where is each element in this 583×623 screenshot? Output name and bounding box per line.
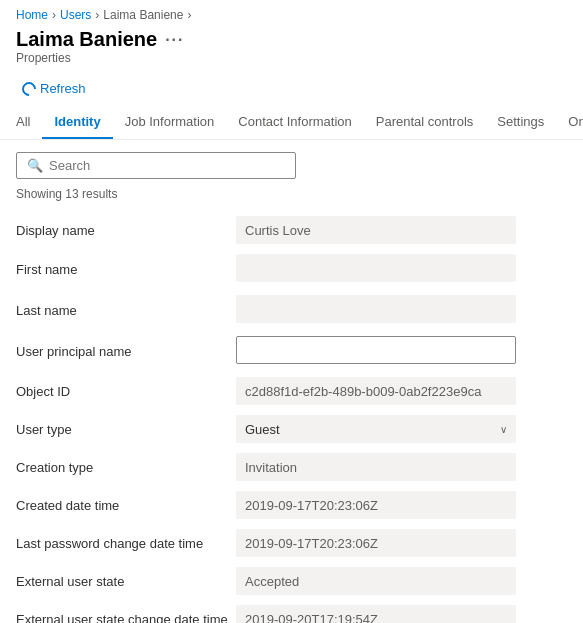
property-value-cell: Guest∨ bbox=[236, 410, 567, 448]
table-row: External user stateAccepted bbox=[16, 562, 567, 600]
property-value-cell: c2d88f1d-ef2b-489b-b009-0ab2f223e9ca bbox=[236, 372, 567, 410]
property-value-cell: Curtis Love bbox=[236, 211, 567, 249]
breadcrumb-home[interactable]: Home bbox=[16, 8, 48, 22]
table-row: User typeGuest∨ bbox=[16, 410, 567, 448]
tab-identity[interactable]: Identity bbox=[42, 106, 112, 139]
tab-all[interactable]: All bbox=[16, 106, 42, 139]
property-label: Last password change date time bbox=[16, 524, 236, 562]
breadcrumb-current: Laima Baniene bbox=[103, 8, 183, 22]
search-box[interactable]: 🔍 bbox=[16, 152, 296, 179]
property-label: User type bbox=[16, 410, 236, 448]
property-input: Accepted bbox=[236, 567, 516, 595]
refresh-icon bbox=[19, 79, 39, 99]
property-input: 2019-09-20T17:19:54Z bbox=[236, 605, 516, 623]
refresh-label: Refresh bbox=[40, 81, 86, 96]
property-label: Display name bbox=[16, 211, 236, 249]
property-value-cell: 2019-09-17T20:23:06Z bbox=[236, 486, 567, 524]
breadcrumb: Home › Users › Laima Baniene › bbox=[0, 0, 583, 26]
table-row: Creation typeInvitation bbox=[16, 448, 567, 486]
property-input: 2019-09-17T20:23:06Z bbox=[236, 529, 516, 557]
table-row: Last password change date time2019-09-17… bbox=[16, 524, 567, 562]
property-input: 2019-09-17T20:23:06Z bbox=[236, 491, 516, 519]
table-row: Object IDc2d88f1d-ef2b-489b-b009-0ab2f22… bbox=[16, 372, 567, 410]
property-input: c2d88f1d-ef2b-489b-b009-0ab2f223e9ca bbox=[236, 377, 516, 405]
property-input[interactable] bbox=[236, 336, 516, 364]
property-value-cell: Accepted bbox=[236, 562, 567, 600]
tab-on-premises[interactable]: On-premises bbox=[556, 106, 583, 139]
table-row: Created date time2019-09-17T20:23:06Z bbox=[16, 486, 567, 524]
table-row: Display nameCurtis Love bbox=[16, 211, 567, 249]
search-icon: 🔍 bbox=[27, 158, 43, 173]
property-value-cell: 2019-09-17T20:23:06Z bbox=[236, 524, 567, 562]
table-row: External user state change date time2019… bbox=[16, 600, 567, 623]
property-value-cell bbox=[236, 249, 567, 290]
properties-table: Display nameCurtis LoveFirst nameLast na… bbox=[16, 211, 567, 623]
more-options-icon[interactable]: ··· bbox=[165, 31, 184, 49]
property-input: Invitation bbox=[236, 453, 516, 481]
user-type-select[interactable]: Guest∨ bbox=[236, 415, 516, 443]
property-value-cell: 2019-09-20T17:19:54Z bbox=[236, 600, 567, 623]
property-label: Creation type bbox=[16, 448, 236, 486]
property-input: Curtis Love bbox=[236, 216, 516, 244]
table-row: First name bbox=[16, 249, 567, 290]
table-row: Last name bbox=[16, 290, 567, 331]
page-title: Laima Baniene bbox=[16, 28, 157, 51]
results-count: Showing 13 results bbox=[16, 187, 567, 201]
property-value-cell bbox=[236, 290, 567, 331]
page-subtitle: Properties bbox=[0, 51, 583, 71]
tab-job-information[interactable]: Job Information bbox=[113, 106, 227, 139]
property-value-cell bbox=[236, 331, 567, 372]
tab-settings[interactable]: Settings bbox=[485, 106, 556, 139]
property-value-cell: Invitation bbox=[236, 448, 567, 486]
table-row: User principal name bbox=[16, 331, 567, 372]
property-label: External user state change date time bbox=[16, 600, 236, 623]
property-input bbox=[236, 254, 516, 282]
property-label: Object ID bbox=[16, 372, 236, 410]
tab-parental-controls[interactable]: Parental controls bbox=[364, 106, 486, 139]
tabs-bar: All Identity Job Information Contact Inf… bbox=[0, 106, 583, 140]
breadcrumb-users[interactable]: Users bbox=[60, 8, 91, 22]
property-label: Created date time bbox=[16, 486, 236, 524]
property-input bbox=[236, 295, 516, 323]
property-label: First name bbox=[16, 249, 236, 290]
page-title-row: Laima Baniene ··· bbox=[0, 26, 583, 51]
search-input[interactable] bbox=[49, 158, 285, 173]
property-label: External user state bbox=[16, 562, 236, 600]
toolbar: Refresh bbox=[0, 71, 583, 106]
chevron-down-icon: ∨ bbox=[500, 424, 507, 435]
property-label: User principal name bbox=[16, 331, 236, 372]
property-label: Last name bbox=[16, 290, 236, 331]
tab-contact-information[interactable]: Contact Information bbox=[226, 106, 363, 139]
refresh-button[interactable]: Refresh bbox=[16, 77, 92, 100]
content-area: 🔍 Showing 13 results Display nameCurtis … bbox=[0, 140, 583, 623]
